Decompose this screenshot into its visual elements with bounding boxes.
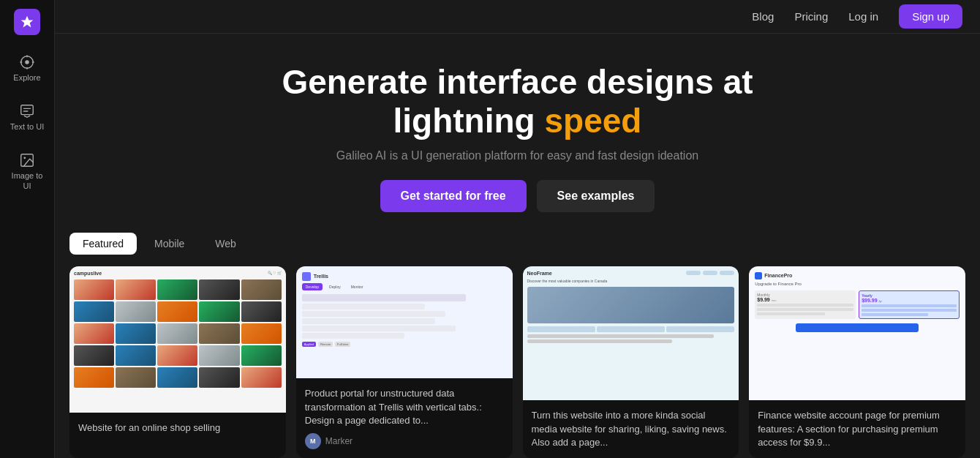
card-4[interactable]: FinancePro Upgrade to Finance Pro Monthl… [749,266,965,458]
preview-upgrade-btn [796,323,919,332]
card-2-author: M Marker [305,433,504,449]
preview-cell-17 [116,345,156,366]
logo-icon [20,15,34,29]
pricing-link[interactable]: Pricing [794,10,828,23]
hero-section: Generate interface designs at lightning … [55,34,980,233]
sidebar-item-image-to-ui[interactable]: Image to UI [2,145,52,198]
main-content: Blog Pricing Log in Sign up Generate int… [55,0,980,458]
preview-cell-7 [116,301,156,322]
preview-shop-grid [74,279,282,388]
svg-point-4 [23,157,26,159]
card-1-preview: campuslive 🔍 ♡ 🛒 [69,266,286,413]
card-1[interactable]: campuslive 🔍 ♡ 🛒 [69,266,286,458]
card-2-preview-inner: Trellis Develop Deploy Monitor Applied [296,266,513,379]
preview-tab-3: Monitor [347,283,367,290]
preview-price-line-3 [757,312,824,315]
preview-finance-subtitle: Upgrade to Finance Pro [755,282,960,286]
explore-icon [19,54,35,70]
preview-cell-18 [157,345,197,366]
hero-subtitle: Galileo AI is a UI generation platform f… [336,149,698,162]
sidebar-item-explore[interactable]: Explore [2,47,52,90]
signup-button[interactable]: Sign up [899,4,962,29]
preview-plan-yearly-price: $99.99 /yr [862,298,957,303]
preview-price-line-6 [862,313,928,316]
preview-cell-6 [74,301,114,322]
preview-logo-mark [302,272,311,281]
preview-social-text-2 [527,339,673,343]
preview-cell-23 [157,367,197,388]
see-examples-button[interactable]: See examples [537,180,655,212]
preview-cell-10 [241,301,282,322]
preview-stat-2 [597,326,665,332]
preview-shop-header: campuslive 🔍 ♡ 🛒 [74,271,282,276]
cards-grid: campuslive 🔍 ♡ 🛒 [55,266,980,458]
preview-price-yearly: Yearly $99.99 /yr [859,290,960,319]
card-3[interactable]: NeoFrame Discover the most valuable comp… [523,266,739,458]
card-4-preview: FinancePro Upgrade to Finance Pro Monthl… [749,266,965,401]
blog-link[interactable]: Blog [752,10,774,23]
preview-cell-13 [157,323,197,344]
preview-social-nav [686,271,734,275]
card-3-info: Turn this website into a more kinda soci… [523,400,739,458]
preview-stat-3 [666,326,734,332]
tab-featured[interactable]: Featured [69,233,137,255]
preview-plan-monthly-period: /mo [772,299,777,302]
get-started-button[interactable]: Get started for free [380,180,527,212]
preview-price-line-4 [862,304,957,307]
preview-cell-14 [199,323,239,344]
preview-plan-monthly-price: $9.99 /mo [757,297,853,302]
preview-nav-3 [720,271,734,275]
sidebar-item-text-to-ui[interactable]: Text to UI [2,96,52,139]
preview-cell-15 [241,323,282,344]
preview-jobs-logo: Trellis [302,272,507,281]
sidebar-text-to-ui-label: Text to UI [10,122,44,132]
preview-tag-1: Applied [302,342,316,347]
card-1-info: Website for an online shop selling [69,413,286,458]
preview-tag-3: Full-time [335,342,350,347]
preview-cell-25 [241,367,282,388]
hero-title-highlight: speed [544,102,641,140]
card-4-info: Finance website account page for premium… [749,400,965,458]
preview-social-brand: NeoFrame [527,271,552,276]
preview-price-line-5 [862,309,957,312]
preview-finance-logo: FinancePro [755,272,960,279]
author-2-avatar: M [305,433,321,449]
card-2-preview: Trellis Develop Deploy Monitor Applied [296,266,513,379]
card-4-preview-inner: FinancePro Upgrade to Finance Pro Monthl… [749,266,965,401]
login-button[interactable]: Log in [848,10,878,23]
preview-row-sm-4 [302,326,456,331]
image-to-ui-icon [19,152,35,168]
card-1-preview-inner: campuslive 🔍 ♡ 🛒 [69,266,286,413]
preview-social-tagline: Discover the most valuable companies in … [527,279,735,283]
preview-jobs-tabs: Develop Deploy Monitor [302,283,507,290]
sidebar-logo[interactable] [14,9,40,35]
card-3-preview-inner: NeoFrame Discover the most valuable comp… [523,266,739,401]
preview-cell-11 [74,323,114,344]
preview-cell-5 [241,279,282,300]
text-to-ui-icon [19,103,35,119]
preview-cell-19 [199,345,239,366]
preview-plan-yearly-period: /yr [878,299,881,303]
sidebar-image-to-ui-label: Image to UI [8,171,46,190]
hero-cta-buttons: Get started for free See examples [380,180,655,212]
card-2-info: Product portal for unstructured data tra… [296,378,513,458]
hero-title: Generate interface designs at lightning … [225,63,810,140]
card-2[interactable]: Trellis Develop Deploy Monitor Applied [296,266,513,458]
preview-price-line-1 [757,304,853,307]
sidebar-explore-label: Explore [13,73,40,83]
card-4-description: Finance website account page for premium… [758,409,957,449]
tab-mobile[interactable]: Mobile [141,233,197,255]
preview-stats [527,326,735,332]
svg-rect-2 [21,105,34,115]
card-1-description: Website for an online shop selling [78,421,277,435]
tab-web[interactable]: Web [202,233,249,255]
preview-cell-8 [157,301,197,322]
top-navigation: Blog Pricing Log in Sign up [55,0,980,34]
preview-nav-1 [686,271,701,275]
preview-shop-nav: 🔍 ♡ 🛒 [268,271,282,275]
svg-point-1 [25,60,29,64]
author-2-name: Marker [325,436,353,446]
sidebar: Explore Text to UI Image to UI [0,0,55,458]
preview-tab-1: Develop [302,283,323,290]
preview-logo-text: Trellis [314,274,328,279]
